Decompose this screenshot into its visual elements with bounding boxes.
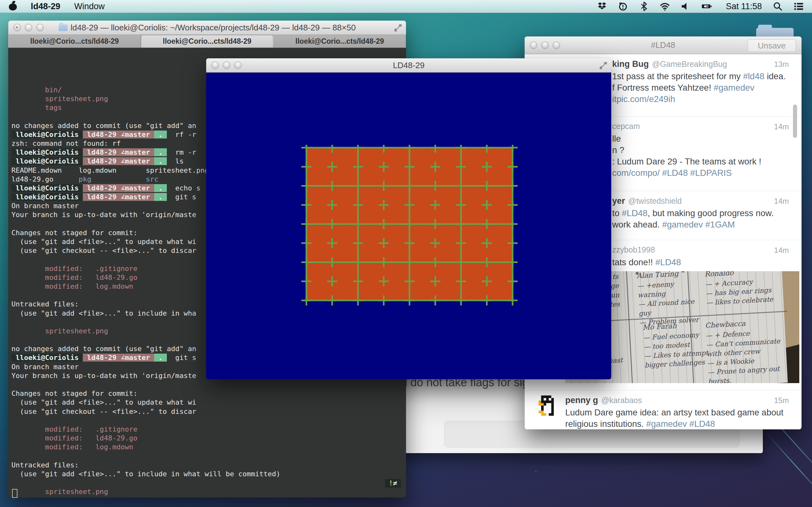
tweet-handle[interactable]: @twistedshield (628, 196, 682, 205)
minimize-button[interactable] (223, 61, 230, 69)
wallpaper-streak (764, 431, 812, 502)
tweet-timestamp: 14m (774, 197, 789, 206)
tweet-display-name[interactable]: king Bug (612, 59, 649, 69)
tweet-header: king Bug@GameBreakingBug13m (612, 59, 794, 71)
minimize-button[interactable] (541, 42, 549, 49)
terminal-line (11, 416, 406, 425)
terminal-line (11, 452, 406, 461)
tweet-timestamp: 14m (774, 122, 789, 131)
menubar-app-name[interactable]: ld48-29 (31, 2, 60, 11)
tweet-header: cepcam14m (612, 122, 794, 133)
terminal-tab-2[interactable]: lloeki@Corio...cts/ld48-29 (141, 35, 273, 48)
spritesheet-grid (300, 145, 519, 308)
hashtag-link[interactable]: #LD48 (662, 168, 688, 178)
apple-menu-icon[interactable] (9, 3, 17, 10)
zoom-button[interactable] (553, 42, 560, 49)
hashtag-link[interactable]: com/compo/ (612, 168, 662, 178)
zoom-button[interactable] (36, 24, 44, 32)
hashtag-link[interactable]: #LD48 (655, 257, 681, 267)
game-canvas[interactable] (206, 72, 611, 379)
terminal-line: spritesheet.png (11, 487, 406, 496)
minimize-button[interactable] (25, 24, 32, 32)
photo-note-item: — All round nice guy (638, 297, 702, 318)
terminal-line: (use "git add <file>..." to include in w… (11, 469, 406, 478)
photo-note-column: Ronaldo— + Accuracy— has big ear rings— … (705, 271, 782, 307)
volume-muted-icon[interactable] (681, 1, 691, 11)
tweet-text-line: tats done!! #LD48 (612, 257, 794, 268)
tweet-header: yer@twistedshield14m (612, 196, 794, 208)
dropbox-icon[interactable] (597, 1, 607, 11)
twitter-titlebar[interactable]: #LD48 Unsave (525, 37, 802, 54)
photo-note-column: Mo Farah— Fuel economy— too modest— Like… (642, 320, 711, 370)
tweet-handle[interactable]: @GameBreakingBug (652, 60, 727, 68)
fullscreen-icon[interactable] (599, 61, 607, 70)
hashtag-link[interactable]: #LD48 (689, 419, 715, 429)
tweet-header: penny g@karabaos15m (565, 395, 794, 407)
tweet-timestamp: 14m (774, 246, 789, 255)
terminal-tab-3[interactable]: lloeki@Corio...cts/ld48-29 (273, 35, 406, 48)
hashtag-link[interactable]: #LDPARIS (690, 168, 732, 178)
tweet-text-line: : Ludum Dare 29 - The teams at work ! (612, 156, 794, 167)
terminal-cursor (12, 489, 17, 498)
tweet-display-name[interactable]: yer (612, 196, 625, 206)
tweet-header: zzybob199814m (612, 245, 794, 257)
battery-charging-icon[interactable] (702, 1, 715, 11)
game-window-title: LD48-29 (206, 60, 611, 70)
tweet-text-line: n ? (612, 145, 794, 156)
bluetooth-icon[interactable] (639, 1, 649, 11)
terminal-titlebar[interactable]: ld48-29 — lloeki@Coriolis: ~/Workspace/p… (8, 20, 406, 35)
terminal-line: (use "git checkout -- <file>..." to disc… (11, 407, 406, 416)
menu-bar: ld48-29 Window Sat 11:58 (0, 0, 812, 13)
spotlight-icon[interactable] (773, 1, 783, 11)
terminal-line: (use "git add <file>..." to update what … (11, 398, 406, 407)
hashtag-link[interactable]: #gamedev (662, 220, 703, 229)
hashtag-link[interactable]: #gamedev (714, 83, 754, 93)
hashtag-link[interactable]: #gamedev (646, 419, 687, 429)
tweet-handle[interactable]: @karabaos (601, 396, 642, 405)
terminal-line: modified: log.mdown (11, 443, 406, 452)
time-machine-icon[interactable] (618, 1, 628, 11)
photo-note-item: — Likes to attempt bigger challenges (644, 348, 711, 370)
close-button[interactable] (13, 24, 21, 32)
terminal-line (11, 478, 406, 487)
photo-note-column: Chewbacca— + Defence— Can't communicate … (705, 317, 794, 383)
tweet-handle[interactable]: zzybob1998 (612, 245, 655, 254)
tweet[interactable]: penny g@karabaos15mLudum Dare game idea:… (525, 390, 802, 429)
photo-note-column: Alan Turing— +enemy warning— All round n… (637, 271, 703, 328)
hashtag-link[interactable]: #1GAM (705, 220, 735, 229)
terminal-line (11, 380, 406, 389)
tweet-handle[interactable]: cepcam (612, 122, 640, 130)
prompt-status-badge: !≠ (385, 479, 401, 488)
terminal-line: Untracked files: (11, 461, 406, 469)
unsave-button[interactable]: Unsave (748, 39, 796, 52)
close-button[interactable] (211, 61, 219, 69)
terminal-window-title: ld48-29 — lloeki@Coriolis: ~/Workspace/p… (71, 23, 356, 33)
wifi-icon[interactable] (660, 1, 670, 11)
tux-penguin-avatar (539, 395, 559, 416)
proxy-folder-icon (59, 24, 67, 31)
hashtag-link[interactable]: itpic.com/e249ih (612, 94, 675, 104)
tweet-text-line: lle (612, 133, 794, 145)
tweet-text-line: com/compo/ #LD48 #LDPARIS (612, 167, 794, 179)
tweet-display-name[interactable]: penny g (565, 395, 598, 405)
menubar-clock[interactable]: Sat 11:58 (726, 2, 762, 11)
notification-center-icon[interactable] (794, 1, 804, 11)
tweet-timestamp: 13m (774, 60, 789, 69)
terminal-line: modified: .gitignore (11, 425, 406, 434)
terminal-tab-1[interactable]: lloeki@Corio...cts/ld48-29 (8, 35, 141, 48)
terminal-line: Changes not staged for commit: (11, 389, 406, 398)
hashtag-link[interactable]: #ld48 (743, 71, 764, 81)
menubar-menu-window[interactable]: Window (74, 2, 105, 11)
zoom-button[interactable] (234, 61, 242, 69)
terminal-line (11, 496, 406, 499)
tweet-text-line: f Fortress meets Yahtzee! #gamedev (612, 82, 794, 94)
tweet-timestamp: 15m (774, 396, 789, 405)
scrollbar-thumb[interactable] (793, 105, 797, 138)
hashtag-link[interactable]: #LD48 (622, 208, 648, 218)
fullscreen-icon[interactable] (394, 24, 402, 32)
terminal-tab-bar: lloeki@Corio...cts/ld48-29 lloeki@Corio.… (8, 35, 406, 48)
game-titlebar[interactable]: LD48-29 (206, 58, 611, 72)
photo-column-line (626, 271, 633, 383)
tweet-text-line: 1st pass at the spritesheet for my #ld48… (612, 71, 794, 82)
close-button[interactable] (530, 42, 537, 49)
